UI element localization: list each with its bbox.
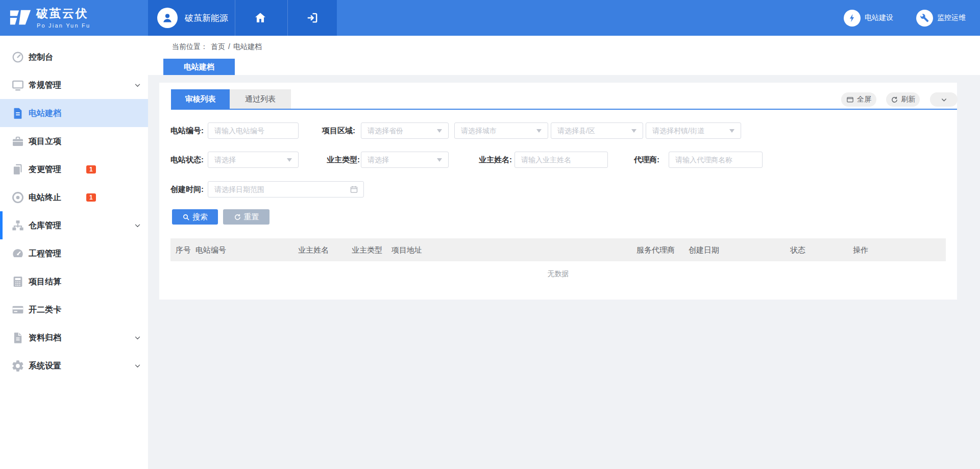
divider <box>235 0 235 36</box>
village-select[interactable]: 请选择村镇/街道 <box>646 122 741 139</box>
sidebar-item-0[interactable]: 控制台 <box>0 43 148 71</box>
calendar-icon <box>350 185 358 194</box>
content-panel: 审核列表 通过列表 全屏 刷新 电站编号: 项目区域: 请选择 <box>159 83 957 300</box>
table-header-cell: 电站编号 <box>190 238 293 261</box>
refresh-icon <box>891 96 898 104</box>
province-select[interactable]: 请选择省份 <box>361 122 449 139</box>
brand-logo-area[interactable]: 破茧云伏 Po Jian Yun Fu <box>0 0 148 36</box>
owner-name-input[interactable] <box>514 152 608 168</box>
top-header: 破茧云伏 Po Jian Yun Fu 破茧新能源 <box>0 0 980 36</box>
owner-type-select[interactable]: 请选择 <box>361 152 449 168</box>
refresh-button[interactable]: 刷新 <box>886 92 920 107</box>
home-icon <box>254 11 267 24</box>
city-select[interactable]: 请选择城市 <box>454 122 548 139</box>
header-nav-segment: 破茧新能源 <box>148 0 337 36</box>
county-placeholder: 请选择县/区 <box>557 123 595 138</box>
target-icon <box>11 191 24 204</box>
caret-down-icon <box>437 158 442 162</box>
sidebar-item-9[interactable]: 开二类卡 <box>0 295 148 324</box>
search-button[interactable]: 搜索 <box>172 209 218 225</box>
caret-down-icon <box>631 129 636 133</box>
copy-icon <box>11 163 24 176</box>
sidebar-item-4[interactable]: 变更管理1 <box>0 155 148 183</box>
sidebar-item-label: 电站建档 <box>29 108 61 118</box>
sidebar-item-label: 项目结算 <box>29 276 61 287</box>
company-name[interactable]: 破茧新能源 <box>185 0 228 36</box>
sidebar-item-label: 资料归档 <box>29 332 61 343</box>
caret-down-icon <box>287 158 292 162</box>
sidebar-item-11[interactable]: 系统设置 <box>0 352 148 380</box>
signin-arrow-icon <box>306 11 319 24</box>
tab-review-list[interactable]: 审核列表 <box>171 89 230 109</box>
dashboard-icon <box>11 51 24 64</box>
table-header-cell: 业主姓名 <box>293 238 347 261</box>
table-header-cell: 业主类型 <box>347 238 386 261</box>
station-status-select[interactable]: 请选择 <box>208 152 299 168</box>
owner-type-placeholder: 请选择 <box>368 152 389 167</box>
brand-name: 破茧云伏 <box>36 6 88 21</box>
table-header-cell: 序号 <box>170 238 190 261</box>
search-label: 搜索 <box>192 212 208 222</box>
signin-button[interactable] <box>300 0 325 36</box>
county-select[interactable]: 请选择县/区 <box>551 122 643 139</box>
station-status-label: 电站状态: <box>170 152 204 168</box>
fullscreen-icon <box>846 96 854 104</box>
sidebar-item-label: 工程管理 <box>29 248 61 259</box>
breadcrumb-current: 电站建档 <box>233 42 262 52</box>
notification-badge: 1 <box>86 193 96 202</box>
agent-input[interactable] <box>669 152 763 168</box>
reset-button[interactable]: 重置 <box>223 209 270 225</box>
sidebar-item-2[interactable]: 电站建档 <box>0 99 148 127</box>
breadcrumb-home-link[interactable]: 首页 <box>211 42 225 52</box>
module-station-build[interactable]: 电站建设 <box>844 0 893 36</box>
breadcrumb-prefix: 当前位置： <box>172 42 208 52</box>
reset-label: 重置 <box>244 212 259 222</box>
module-monitor-ops[interactable]: 监控运维 <box>916 0 966 36</box>
app-root: 破茧云伏 Po Jian Yun Fu 破茧新能源 <box>0 0 980 469</box>
search-icon <box>182 213 190 221</box>
person-icon <box>161 11 174 24</box>
sidebar-item-label: 系统设置 <box>29 360 61 371</box>
table-header-cell: 项目地址 <box>386 238 631 261</box>
chevron-down-icon <box>940 96 948 104</box>
chevron-down-icon <box>134 334 141 341</box>
caret-down-icon <box>729 129 734 133</box>
collapse-toolbar-button[interactable] <box>930 92 958 107</box>
home-button[interactable] <box>248 0 273 36</box>
wrench-icon <box>916 10 933 27</box>
city-placeholder: 请选择城市 <box>461 123 497 138</box>
user-avatar[interactable] <box>157 8 178 28</box>
village-placeholder: 请选择村镇/街道 <box>652 123 704 138</box>
date-range-picker[interactable]: 请选择日期范围 <box>208 181 364 198</box>
table-header-cell: 状态 <box>785 238 848 261</box>
document-icon <box>11 107 24 120</box>
breadcrumb: 当前位置： 首页 / 电站建档 <box>172 42 262 52</box>
tab-passed-list[interactable]: 通过列表 <box>230 89 291 109</box>
sidebar-item-8[interactable]: 项目结算 <box>0 267 148 295</box>
region-label: 项目区域: <box>320 122 355 139</box>
sidebar-item-3[interactable]: 项目立项 <box>0 127 148 155</box>
sidebar-item-10[interactable]: 资料归档 <box>0 324 148 352</box>
sidebar-item-label: 控制台 <box>29 52 53 62</box>
status-placeholder: 请选择 <box>214 152 236 167</box>
table-header-cell: 服务代理商 <box>631 238 683 261</box>
sidebar-item-6[interactable]: 仓库管理 <box>0 211 148 239</box>
sidebar-item-7[interactable]: 工程管理 <box>0 239 148 267</box>
province-placeholder: 请选择省份 <box>368 123 403 138</box>
fullscreen-button[interactable]: 全屏 <box>841 92 876 107</box>
sidebar-item-label: 电站终止 <box>29 192 61 203</box>
chevron-down-icon <box>134 81 141 89</box>
page-tab-station-archive[interactable]: 电站建档 <box>163 59 235 75</box>
brand-subtitle: Po Jian Yun Fu <box>37 22 90 29</box>
calculator-icon <box>11 275 24 288</box>
caret-down-icon <box>437 129 442 133</box>
sidebar-item-5[interactable]: 电站终止1 <box>0 183 148 211</box>
station-no-input[interactable] <box>208 122 299 139</box>
agent-label: 代理商: <box>632 152 659 168</box>
sidebar: 控制台常规管理电站建档项目立项变更管理1电站终止1仓库管理工程管理项目结算开二类… <box>0 36 148 469</box>
sidebar-item-1[interactable]: 常规管理 <box>0 71 148 99</box>
sidebar-item-label: 常规管理 <box>29 80 61 90</box>
card-icon <box>11 303 24 316</box>
briefcase-icon <box>11 135 24 148</box>
active-indicator-bar <box>0 211 3 239</box>
